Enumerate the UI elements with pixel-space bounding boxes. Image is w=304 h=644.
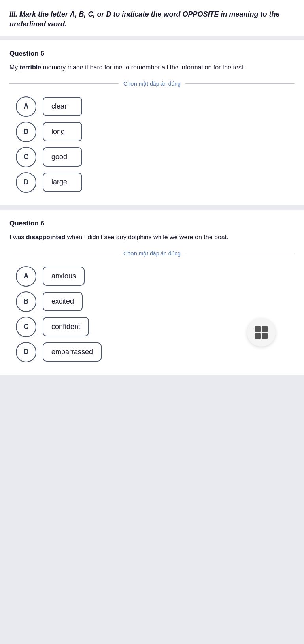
q5-options-list: A clear B long C good D large [9, 96, 295, 193]
q6-option-a-box: anxious [43, 267, 85, 286]
q5-option-d[interactable]: D large [16, 172, 288, 193]
q6-option-a-circle: A [16, 266, 36, 287]
q6-option-d-box: embarrassed [43, 342, 102, 362]
q5-option-d-box: large [43, 173, 82, 192]
q5-option-c-box: good [43, 147, 82, 167]
q6-underlined-word: disappointed [26, 234, 66, 240]
q6-option-a[interactable]: A anxious [16, 266, 288, 287]
question-5-card: Question 5 My terrible memory made it ha… [0, 40, 304, 205]
q6-divider-line-left [9, 253, 119, 253]
q5-option-c[interactable]: C good [16, 147, 288, 167]
question-6-label: Question 6 [9, 220, 295, 227]
q5-option-b[interactable]: B long [16, 122, 288, 142]
q6-options-list: A anxious B excited C confident D embarr… [9, 266, 295, 362]
q6-text-before: I was [9, 234, 26, 240]
q5-text-after: memory made it hard for me to remember a… [41, 64, 245, 71]
fab-menu-button[interactable] [247, 318, 276, 347]
q6-option-c-box: confident [43, 317, 89, 336]
q6-divider-text: Chọn một đáp án đúng [123, 250, 181, 257]
q5-text-before: My [9, 64, 20, 71]
divider-line-left [9, 83, 119, 84]
q6-option-b[interactable]: B excited [16, 291, 288, 312]
q6-option-b-box: excited [43, 292, 83, 311]
q5-option-c-circle: C [16, 147, 36, 167]
question-6-text: I was disappointed when I didn't see any… [9, 232, 295, 242]
grid-icon [254, 325, 268, 340]
question-5-label: Question 5 [9, 50, 295, 58]
q6-divider-line-right [185, 253, 295, 253]
q5-option-a[interactable]: A clear [16, 96, 288, 117]
q5-option-b-circle: B [16, 122, 36, 142]
q5-option-a-box: clear [43, 97, 82, 116]
q5-divider: Chọn một đáp án đúng [9, 81, 295, 87]
page-container: III. Mark the letter A, B, C, or D to in… [0, 0, 304, 375]
q6-text-after: when I didn't see any dolphins while we … [65, 234, 228, 240]
q5-divider-text: Chọn một đáp án đúng [123, 81, 181, 87]
q6-divider: Chọn một đáp án đúng [9, 250, 295, 257]
q6-option-d-circle: D [16, 342, 36, 362]
question-6-card: Question 6 I was disappointed when I did… [0, 210, 304, 375]
q6-option-d[interactable]: D embarrassed [16, 342, 288, 362]
q6-option-b-circle: B [16, 291, 36, 312]
section-title: III. Mark the letter A, B, C, or D to in… [9, 9, 295, 29]
divider-line-right [185, 83, 295, 84]
q5-underlined-word: terrible [20, 64, 41, 71]
section-header: III. Mark the letter A, B, C, or D to in… [0, 0, 304, 36]
q6-option-c-circle: C [16, 317, 36, 337]
q5-option-a-circle: A [16, 96, 36, 117]
question-5-text: My terrible memory made it hard for me t… [9, 62, 295, 73]
q5-option-d-circle: D [16, 172, 36, 193]
q5-option-b-box: long [43, 122, 82, 141]
